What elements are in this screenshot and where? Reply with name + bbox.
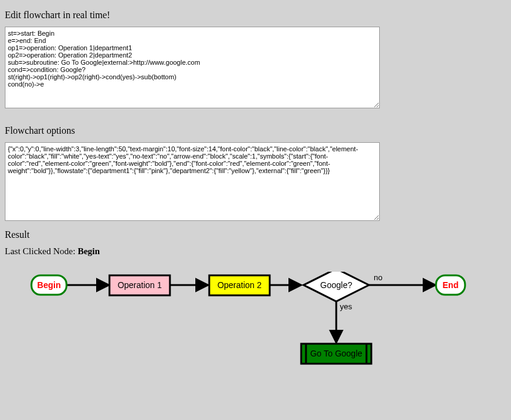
svg-text:Go To Google: Go To Google xyxy=(310,349,362,358)
node-operation-2[interactable]: Operation 2 xyxy=(209,275,270,295)
heading-edit: Edit flowchart in real time! xyxy=(5,10,506,21)
node-subroutine-google[interactable]: Go To Google xyxy=(301,344,371,364)
svg-text:Begin: Begin xyxy=(37,280,61,290)
heading-result: Result xyxy=(5,229,506,240)
heading-options: Flowchart options xyxy=(5,125,506,136)
flowchart-options-textarea[interactable] xyxy=(5,142,380,221)
last-clicked-value: Begin xyxy=(77,246,100,256)
edge-label-yes: yes xyxy=(340,302,353,311)
node-end[interactable]: End xyxy=(436,275,465,295)
node-operation-1[interactable]: Operation 1 xyxy=(109,275,170,295)
edge-label-no: no xyxy=(374,273,382,282)
svg-text:End: End xyxy=(443,280,458,290)
flowchart-code-textarea[interactable] xyxy=(5,27,380,108)
svg-text:Operation 1: Operation 1 xyxy=(117,280,161,290)
last-clicked-prefix: Last Clicked Node: xyxy=(5,246,77,256)
node-begin[interactable]: Begin xyxy=(31,275,67,295)
svg-text:Google?: Google? xyxy=(321,280,353,290)
node-condition-google[interactable]: Google? xyxy=(304,272,369,301)
svg-text:Operation 2: Operation 2 xyxy=(217,280,261,290)
flowchart-diagram: no yes Begin Operation 1 Operation 2 Goo… xyxy=(29,272,511,375)
last-clicked-node: Last Clicked Node: Begin xyxy=(5,246,506,257)
